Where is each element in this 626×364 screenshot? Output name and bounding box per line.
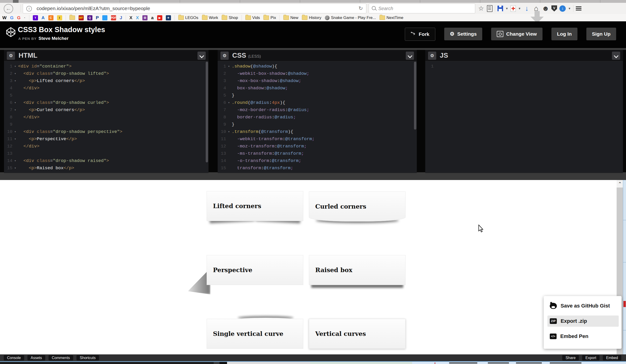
code-area-js[interactable]: 1 <box>425 61 623 70</box>
fold-arrow-icon[interactable]: ▾ <box>12 63 18 70</box>
editor-scrollbar[interactable] <box>206 62 208 162</box>
bookmark-item[interactable]: LEGOs <box>178 15 198 20</box>
bookmark-item[interactable]: Vids <box>245 15 260 20</box>
comments-button[interactable]: Comments <box>48 355 73 361</box>
bookmark-item[interactable]: X <box>136 15 139 20</box>
editor-bottom-resize-bar[interactable] <box>0 172 626 180</box>
code-line: 1▾.shadow(@shadow){ <box>218 63 417 70</box>
search-input[interactable] <box>378 5 470 12</box>
dropdown-caret[interactable] <box>568 5 571 12</box>
fold-arrow-icon[interactable]: ▾ <box>226 63 232 70</box>
download-arrow-icon[interactable] <box>523 5 530 12</box>
bookmark-item[interactable]: Work <box>202 15 218 20</box>
bookmark-item[interactable]: P <box>96 15 99 20</box>
bookmark-item[interactable]: New <box>283 15 298 20</box>
box-label: Perspective <box>213 266 252 274</box>
export-footer-button[interactable]: Export <box>582 355 599 361</box>
bookmark-item[interactable]: PDF <box>111 15 116 20</box>
share-footer-button[interactable]: Share <box>562 355 579 361</box>
fold-arrow-icon[interactable]: ▾ <box>12 77 18 85</box>
chevron-down-icon[interactable] <box>612 52 620 60</box>
bookmark-item[interactable] <box>69 15 75 20</box>
bookmark-item[interactable]: J <box>120 15 122 20</box>
sync-icon[interactable] <box>559 5 566 12</box>
codepen-logo-icon[interactable] <box>6 27 16 37</box>
fold-arrow-icon[interactable]: ▾ <box>12 99 18 107</box>
bookmark-item[interactable]: a <box>151 15 154 20</box>
chevron-down-icon[interactable] <box>406 52 414 60</box>
bookmark-item[interactable]: ✈ <box>166 15 171 20</box>
bookmark-item[interactable]: i <box>57 15 62 20</box>
bookmark-item[interactable]: · <box>24 15 26 20</box>
gear-icon[interactable] <box>221 52 229 60</box>
line-number: 9 <box>218 121 226 128</box>
health-report-icon[interactable] <box>510 5 516 12</box>
bookmark-item[interactable]: W <box>2 15 6 20</box>
editor-scrollbar[interactable] <box>414 62 416 130</box>
fold-arrow-icon <box>12 85 18 92</box>
bookmark-item[interactable]: Y <box>33 15 38 20</box>
bookmark-item[interactable]: C <box>48 15 53 20</box>
code-text <box>439 63 623 70</box>
bookmark-item[interactable]: ▶ <box>157 15 162 20</box>
console-button[interactable]: Console <box>4 355 24 361</box>
bookmark-item[interactable]: Q <box>87 15 92 20</box>
embed-footer-button[interactable]: Embed <box>603 355 621 361</box>
login-button[interactable]: Log In <box>551 28 578 40</box>
reload-icon[interactable]: ↻ <box>357 5 364 12</box>
fold-arrow-icon[interactable]: ▾ <box>12 128 18 136</box>
fold-arrow-icon[interactable]: ▾ <box>12 107 18 114</box>
bookmark-item[interactable]: History <box>302 15 321 20</box>
fold-arrow-icon[interactable]: ▾ <box>12 136 18 143</box>
folder-icon <box>263 15 269 20</box>
shortcuts-button[interactable]: Shortcuts <box>77 355 99 361</box>
fold-arrow-icon[interactable]: ▾ <box>12 157 18 165</box>
chevron-down-icon[interactable] <box>197 52 206 60</box>
save-session-icon[interactable] <box>498 6 503 11</box>
star-icon[interactable] <box>477 5 485 12</box>
menu-item-embed-pen[interactable]: </>Embed Pen <box>548 331 619 342</box>
bookmark-item[interactable]: NextTime <box>380 15 403 20</box>
fold-arrow-icon[interactable]: ▾ <box>226 99 232 107</box>
signup-button[interactable]: Sign Up <box>586 28 616 40</box>
folder-icon <box>302 15 308 20</box>
bookmark-item[interactable] <box>102 15 107 20</box>
url-bar[interactable]: i codepen.io/xixao/pen/mlEzA?utm_source=… <box>23 3 366 13</box>
fold-arrow-icon[interactable]: ▾ <box>12 70 18 77</box>
dropdown-caret[interactable] <box>518 5 521 12</box>
url-text[interactable]: codepen.io/xixao/pen/mlEzA?utm_source=by… <box>37 6 150 11</box>
bookmark-item[interactable]: Shop <box>222 15 238 20</box>
dropdown-caret[interactable] <box>506 5 508 12</box>
scroll-up-icon[interactable]: ⌃ <box>617 180 623 187</box>
site-info-icon[interactable]: i <box>26 6 32 11</box>
bookmark-item[interactable]: WF <box>78 15 84 20</box>
menu-item-export-zip[interactable]: ZIPExport .zip <box>548 316 619 327</box>
bookmark-letter-icon: W <box>2 15 6 20</box>
bookmark-item[interactable]: G <box>10 15 14 20</box>
menu-item-save-as-github-gist[interactable]: Save as GitHub Gist <box>548 300 619 312</box>
fold-arrow-icon[interactable]: ▾ <box>226 128 232 136</box>
fold-arrow-icon[interactable]: ▾ <box>12 165 18 172</box>
code-area-html[interactable]: 1▾<div id="container">2▾ <div class="dro… <box>4 61 208 172</box>
editor-top-resize-bar[interactable] <box>0 48 626 50</box>
bookmark-item[interactable]: X <box>129 15 132 20</box>
bookmark-item[interactable]: ☮ <box>142 15 148 20</box>
fork-button[interactable]: Fork <box>405 28 435 41</box>
code-text: .round(@radius:4px){ <box>232 99 417 107</box>
settings-button[interactable]: Settings <box>444 28 482 40</box>
bookmark-item[interactable]: Pix <box>263 15 276 20</box>
gear-icon[interactable] <box>7 52 15 60</box>
readinglist-icon[interactable] <box>487 5 493 12</box>
assets-button[interactable]: Assets <box>27 355 45 361</box>
code-area-css[interactable]: 1▾.shadow(@shadow){2 -webkit-box-shadow:… <box>218 61 417 172</box>
gear-icon[interactable] <box>428 52 436 60</box>
pen-author-link[interactable]: Steve Melcher <box>39 36 69 41</box>
vshield-icon[interactable] <box>551 5 557 11</box>
bookmark-item[interactable]: A <box>41 15 45 20</box>
search-bar[interactable] <box>369 3 475 13</box>
bookmark-item[interactable]: Snake Game - Play Fre... <box>325 15 376 20</box>
bookmark-item[interactable]: G <box>17 15 21 20</box>
change-view-button[interactable]: Change View <box>491 28 542 40</box>
back-button[interactable]: ← <box>4 4 13 13</box>
menu-icon[interactable] <box>576 6 582 10</box>
